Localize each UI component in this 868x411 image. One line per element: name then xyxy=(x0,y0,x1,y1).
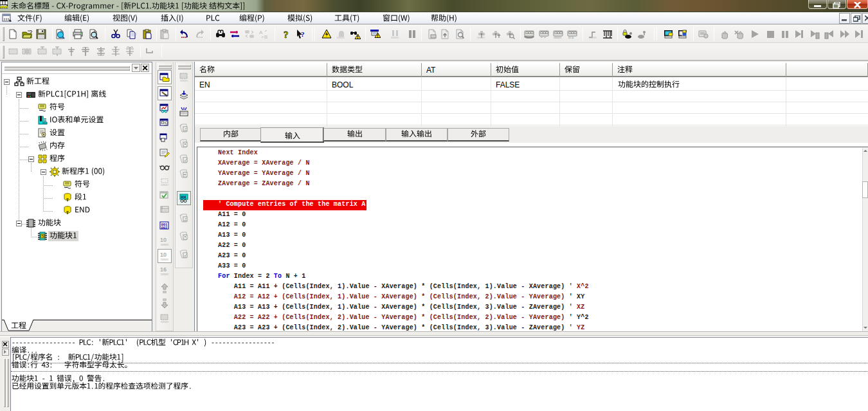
svg-text:roron: roron xyxy=(391,35,399,39)
svg-text:roron: roron xyxy=(161,320,168,324)
svg-text:roron: roron xyxy=(161,183,168,187)
svg-text:roron: roron xyxy=(477,35,485,39)
svg-text:roron: roron xyxy=(161,272,168,276)
svg-text:Z: Z xyxy=(185,217,187,221)
svg-text:HH: HH xyxy=(181,195,186,200)
svg-text:?: ? xyxy=(301,30,305,38)
svg-text:roron: roron xyxy=(554,35,561,39)
svg-text:roron: roron xyxy=(589,35,597,39)
svg-text:?: ? xyxy=(284,30,289,39)
svg-text:A: A xyxy=(259,30,263,35)
svg-text:cr:p: cr:p xyxy=(568,35,574,39)
svg-text:roron: roron xyxy=(337,35,345,39)
svg-text:roron: roron xyxy=(180,78,188,82)
svg-text:002: 002 xyxy=(161,226,168,230)
svg-text:Z: Z xyxy=(185,127,187,131)
svg-text:roron: roron xyxy=(161,242,168,246)
svg-text:B: B xyxy=(264,34,267,39)
svg-text:roron: roron xyxy=(161,257,168,261)
